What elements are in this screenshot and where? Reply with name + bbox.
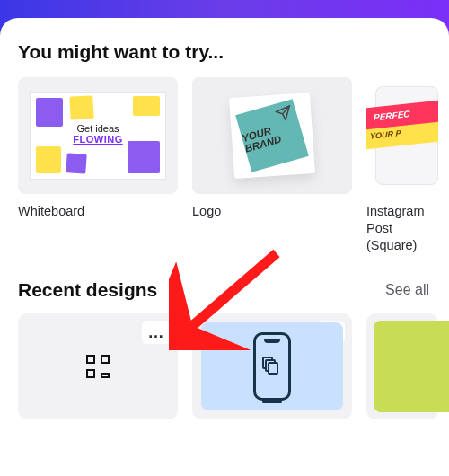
- recent-cards-row: … … ✕: [18, 313, 449, 419]
- more-button[interactable]: …: [142, 321, 171, 344]
- whiteboard-art-line2: FLOWING: [59, 134, 136, 145]
- main-panel: You might want to try... Get ideas FLOWI…: [0, 18, 449, 476]
- recent-card-1[interactable]: …: [18, 313, 178, 419]
- ig-bandy-text: YOUR P: [370, 128, 401, 141]
- grid-icon: [86, 355, 110, 378]
- whiteboard-art-line1: Get ideas: [59, 123, 136, 134]
- recent-card-3[interactable]: ✕: [366, 313, 438, 419]
- try-label-logo: Logo: [192, 203, 352, 220]
- try-thumb-logo: YOUR BRAND: [192, 77, 352, 194]
- see-all-link[interactable]: See all: [385, 282, 429, 298]
- recent-card-2[interactable]: …: [192, 313, 352, 419]
- try-section-title: You might want to try...: [18, 41, 449, 63]
- paper-plane-icon: [275, 104, 292, 121]
- try-card-whiteboard[interactable]: Get ideas FLOWING Whiteboard: [18, 77, 178, 254]
- recent-section-title: Recent designs: [18, 279, 157, 301]
- stack-icon: [265, 359, 279, 374]
- phone-icon: [253, 332, 291, 401]
- try-thumb-instagram: PERFEC YOUR P: [366, 77, 438, 194]
- try-card-instagram[interactable]: PERFEC YOUR P Instagram Post (Square): [366, 77, 438, 254]
- try-label-instagram: Instagram Post (Square): [366, 203, 438, 254]
- try-label-whiteboard: Whiteboard: [18, 203, 178, 220]
- ig-band-text: PERFEC: [374, 109, 410, 122]
- logo-art-text: YOUR BRAND: [235, 99, 309, 172]
- recent-header: Recent designs See all: [18, 279, 449, 301]
- try-card-logo[interactable]: YOUR BRAND Logo: [192, 77, 352, 254]
- try-cards-row: Get ideas FLOWING Whiteboard YOUR BRAND …: [18, 77, 449, 254]
- try-thumb-whiteboard: Get ideas FLOWING: [18, 77, 178, 194]
